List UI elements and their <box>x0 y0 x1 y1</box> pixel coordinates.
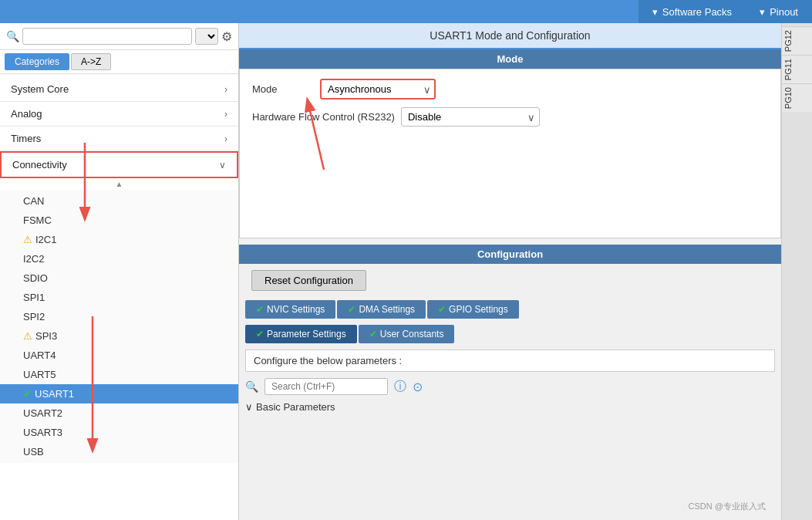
tab-dma-settings[interactable]: ✔ DMA Settings <box>337 300 426 319</box>
warning-icon: ⚠ <box>23 234 32 245</box>
tab-parameter-settings[interactable]: ✔ Parameter Settings <box>245 325 357 343</box>
scroll-indicator: ▲ <box>0 178 238 190</box>
sidebar-item-connectivity[interactable]: Connectivity ∨ <box>0 151 238 178</box>
chevron-down-icon: ∨ <box>219 160 226 171</box>
config-section: Configuration Reset Configuration ✔ NVIC… <box>239 245 781 416</box>
csdn-watermark: CSDN @专业嵌入式 <box>689 501 766 512</box>
chevron-down-icon: ▾ <box>652 6 658 18</box>
mode-section-header: Mode <box>239 49 781 69</box>
params-search-input[interactable] <box>264 378 388 395</box>
check-icon-nvic: ✔ <box>256 304 264 315</box>
list-item-sdio[interactable]: SDIO <box>0 268 238 288</box>
config-tabs-row2: ✔ Parameter Settings ✔ User Constants <box>239 322 781 346</box>
sidebar-item-analog[interactable]: Analog › <box>0 102 238 127</box>
pin-pg10: PG10 <box>782 83 812 112</box>
sidebar-tabs: Categories A->Z <box>0 50 238 74</box>
params-search-row: 🔍 ⓘ ⊙ <box>239 375 781 398</box>
search-icon: 🔍 <box>6 30 19 42</box>
mode-row: Mode Asynchronous Disable Synchronous ∨ <box>252 79 768 100</box>
chevron-down-icon-basic: ∨ <box>245 401 253 413</box>
list-item-i2c1[interactable]: ⚠ I2C1 <box>0 230 238 249</box>
pin-pg11: PG11 <box>782 55 812 83</box>
mode-select[interactable]: Asynchronous Disable Synchronous <box>320 79 436 100</box>
mode-label: Mode <box>252 83 314 95</box>
sidebar-item-timers[interactable]: Timers › <box>0 127 238 151</box>
sidebar: 🔍 ⚙ Categories A->Z System Core › Analog <box>0 23 239 520</box>
nav-forward-icon[interactable]: ⊙ <box>413 380 423 394</box>
tab-atoz[interactable]: A->Z <box>71 53 111 70</box>
list-item-usart3[interactable]: USART3 <box>0 423 238 442</box>
check-icon-gpio: ✔ <box>438 304 446 315</box>
basic-params-header[interactable]: ∨ Basic Parameters <box>239 398 781 416</box>
mode-content: Mode Asynchronous Disable Synchronous ∨ … <box>239 69 781 238</box>
list-item-usb[interactable]: USB <box>0 442 238 461</box>
top-bar: ▾ Software Packs ▾ Pinout <box>0 0 812 23</box>
content-title: USART1 Mode and Configuration <box>239 23 781 49</box>
sidebar-search-row: 🔍 ⚙ <box>0 23 238 50</box>
hw-flow-label: Hardware Flow Control (RS232) <box>252 111 395 123</box>
list-item-fsmc[interactable]: FSMC <box>0 211 238 230</box>
list-item-usart2[interactable]: USART2 <box>0 404 238 423</box>
list-item-spi1[interactable]: SPI1 <box>0 288 238 307</box>
list-item-uart4[interactable]: UART4 <box>0 346 238 365</box>
mode-select-wrap: Asynchronous Disable Synchronous ∨ <box>320 79 436 100</box>
list-item-spi2[interactable]: SPI2 <box>0 307 238 326</box>
check-icon-usart1: ✔ <box>23 388 32 400</box>
tab-categories[interactable]: Categories <box>5 53 69 70</box>
sidebar-item-system-core[interactable]: System Core › <box>0 77 238 102</box>
check-icon-user: ✔ <box>369 329 377 339</box>
reset-configuration-button[interactable]: Reset Configuration <box>251 270 366 291</box>
chevron-down-icon-2: ▾ <box>760 6 765 18</box>
chevron-icon: › <box>224 84 227 95</box>
list-item-usart1[interactable]: ✔ USART1 <box>0 384 238 404</box>
tab-nvic-settings[interactable]: ✔ NVIC Settings <box>245 300 335 319</box>
software-packs-button[interactable]: ▾ Software Packs <box>638 0 746 23</box>
params-area: Configure the below parameters : <box>245 349 775 372</box>
tab-gpio-settings[interactable]: ✔ GPIO Settings <box>427 300 519 319</box>
gear-icon[interactable]: ⚙ <box>221 29 232 44</box>
chevron-icon: › <box>224 133 227 144</box>
right-panel: PG12 PG11 PG10 <box>781 23 812 520</box>
sidebar-list: System Core › Analog › Timers › Connecti… <box>0 74 238 520</box>
search-dropdown[interactable] <box>195 28 218 45</box>
list-item-can[interactable]: CAN <box>0 191 238 211</box>
pin-pg12: PG12 <box>782 26 812 55</box>
list-item-uart5[interactable]: UART5 <box>0 365 238 384</box>
mode-section: Mode Mode Asynchronous Disable Synchrono… <box>239 49 781 238</box>
list-item-spi3[interactable]: ⚠ SPI3 <box>0 326 238 346</box>
search-input[interactable] <box>22 28 192 45</box>
content-area: USART1 Mode and Configuration Mode Mode … <box>239 23 781 520</box>
info-icon[interactable]: ⓘ <box>394 379 406 395</box>
config-tabs-row1: ✔ NVIC Settings ✔ DMA Settings ✔ GPIO Se… <box>239 297 781 322</box>
connectivity-sub-items: CAN FSMC ⚠ I2C1 I2C2 SDIO SPI1 <box>0 190 238 463</box>
pinout-button[interactable]: ▾ Pinout <box>746 0 812 23</box>
chevron-icon: › <box>224 109 227 120</box>
params-search-icon: 🔍 <box>245 380 258 393</box>
warning-icon-spi3: ⚠ <box>23 330 32 342</box>
list-item-i2c2[interactable]: I2C2 <box>0 249 238 268</box>
scroll-up-arrow[interactable]: ▲ <box>116 180 123 188</box>
check-icon-params: ✔ <box>256 329 264 339</box>
check-icon-dma: ✔ <box>348 304 355 315</box>
hw-flow-select[interactable]: Disable CTS Only RTS Only CTS/RTS <box>401 107 540 127</box>
tab-user-constants[interactable]: ✔ User Constants <box>359 325 455 343</box>
hw-flow-row: Hardware Flow Control (RS232) Disable CT… <box>252 107 768 127</box>
hw-flow-select-wrap: Disable CTS Only RTS Only CTS/RTS ∨ <box>401 107 540 127</box>
main-layout: 🔍 ⚙ Categories A->Z System Core › Analog <box>0 23 812 520</box>
config-section-header: Configuration <box>239 245 781 264</box>
